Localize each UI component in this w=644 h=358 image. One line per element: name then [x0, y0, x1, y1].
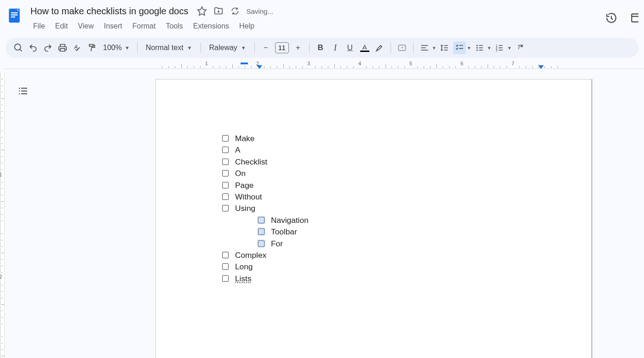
undo-icon[interactable] [27, 41, 40, 54]
docs-logo-icon[interactable] [6, 6, 24, 25]
font-size-decrease[interactable]: − [259, 41, 272, 54]
vertical-ruler[interactable]: 12 [0, 73, 5, 358]
ruler-number: 4 [358, 61, 361, 66]
menu-help[interactable]: Help [235, 20, 259, 32]
ruler-number: 6 [460, 61, 463, 66]
checklist-item[interactable]: On [222, 168, 309, 179]
text-color-button[interactable]: A [358, 41, 371, 54]
checklist-item[interactable]: Lists [222, 273, 309, 284]
underline-button[interactable]: U [344, 41, 356, 54]
svg-point-10 [476, 47, 477, 49]
bulleted-dropdown-icon[interactable]: ▼ [487, 45, 492, 51]
ruler-number: 3 [307, 61, 310, 66]
bold-button[interactable]: B [314, 41, 327, 54]
document-outline-icon[interactable] [17, 85, 29, 98]
svg-text:+: + [401, 45, 403, 50]
font-size-input[interactable] [275, 42, 289, 53]
version-history-icon[interactable] [605, 12, 617, 26]
insert-image-icon[interactable]: + [396, 41, 408, 54]
checklist-item[interactable]: A [222, 144, 309, 156]
checklist-item[interactable]: For [258, 238, 309, 250]
sync-icon [230, 6, 240, 16]
horizontal-ruler[interactable]: 1234567 [0, 61, 644, 72]
font-family-select[interactable]: Raleway▼ [206, 44, 250, 52]
checklist-item[interactable]: Complex [222, 250, 309, 261]
ruler-number: 5 [409, 61, 412, 66]
italic-button[interactable]: I [329, 41, 342, 54]
checklist-item[interactable]: Page [222, 180, 309, 191]
star-icon[interactable] [197, 6, 207, 16]
spellcheck-icon[interactable]: A [71, 41, 84, 54]
highlight-color-button[interactable] [373, 41, 386, 54]
menu-extensions[interactable]: Extensions [189, 20, 234, 32]
align-button[interactable] [418, 41, 431, 54]
menu-insert[interactable]: Insert [99, 20, 127, 32]
checklist-item[interactable]: Checklist [222, 156, 309, 168]
font-size-increase[interactable]: + [292, 41, 305, 54]
paint-format-icon[interactable] [86, 41, 98, 54]
svg-point-11 [476, 50, 477, 51]
checklist-dropdown-icon[interactable]: ▼ [467, 45, 472, 51]
clear-formatting-button[interactable]: T [513, 41, 526, 54]
document-content[interactable]: MakeAChecklistOnPageWithoutUsingNavigati… [222, 133, 309, 284]
menu-format[interactable]: Format [128, 20, 161, 32]
document-title[interactable]: How to make checklists in google docs [29, 5, 190, 17]
move-to-folder-icon[interactable] [213, 6, 224, 16]
zoom-select[interactable]: 100%▼ [100, 44, 132, 52]
checklist-item[interactable]: Navigation [258, 215, 309, 226]
saving-status: Saving... [247, 7, 273, 15]
menu-file[interactable]: File [29, 20, 50, 32]
svg-text:A: A [74, 44, 78, 50]
numbered-dropdown-icon[interactable]: ▼ [507, 45, 512, 51]
document-page[interactable]: MakeAChecklistOnPageWithoutUsingNavigati… [155, 79, 592, 358]
search-menus-icon[interactable] [12, 41, 25, 54]
ruler-number: 7 [512, 61, 514, 66]
checklist-item[interactable]: UsingNavigationToolbarFor [222, 203, 309, 250]
sidebar-toggle-icon[interactable] [630, 12, 638, 26]
svg-text:3: 3 [496, 49, 498, 52]
svg-point-9 [476, 45, 477, 46]
ruler-number: 2 [256, 61, 259, 66]
toolbar: A 100%▼ Normal text▼ Raleway▼ − + B I U … [6, 38, 638, 58]
bulleted-list-button[interactable] [473, 41, 486, 54]
svg-rect-2 [11, 14, 17, 15]
menu-view[interactable]: View [73, 20, 98, 32]
print-icon[interactable] [56, 41, 69, 54]
checklist-item[interactable]: Make [222, 133, 309, 144]
numbered-list-button[interactable]: 123 [493, 41, 506, 54]
svg-rect-1 [11, 12, 17, 13]
checklist-button[interactable] [453, 41, 466, 54]
svg-rect-3 [11, 17, 15, 17]
checklist-item[interactable]: Without [222, 191, 309, 203]
paragraph-style-select[interactable]: Normal text▼ [142, 44, 196, 52]
svg-rect-4 [632, 14, 638, 22]
menu-edit[interactable]: Edit [51, 20, 73, 32]
checklist-item[interactable]: Toolbar [258, 226, 309, 238]
align-dropdown-icon[interactable]: ▼ [432, 45, 437, 51]
line-spacing-button[interactable] [438, 41, 451, 54]
redo-icon[interactable] [41, 41, 54, 54]
menu-tools[interactable]: Tools [161, 20, 187, 32]
ruler-number: 1 [205, 61, 208, 66]
checklist-item[interactable]: Long [222, 261, 309, 273]
